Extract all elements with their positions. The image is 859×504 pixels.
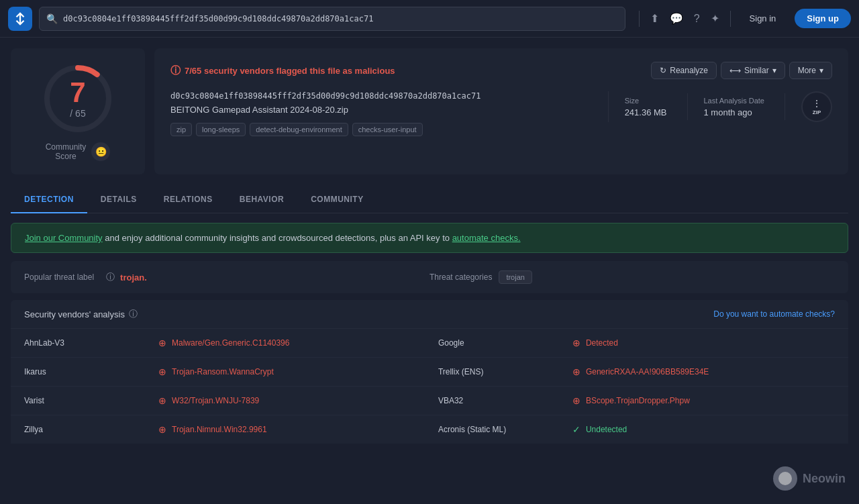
table-row: Ikarus ⊕ Trojan-Ransom.WannaCrypt Trelli… <box>11 358 848 387</box>
vendors-info-icon[interactable]: ⓘ <box>129 308 138 320</box>
automate-checks-link[interactable]: automate checks. <box>452 233 521 243</box>
similar-icon: ⟷ <box>729 66 741 75</box>
score-number: 7 <box>70 79 85 107</box>
clean-icon: ✓ <box>572 424 580 435</box>
malicious-icon: ⊕ <box>158 395 166 406</box>
right-detection: ⊕ GenericRXAA-AA!906BB589E34E <box>572 366 835 377</box>
header-divider <box>639 11 640 27</box>
left-detection: ⊕ W32/Trojan.WNJU-7839 <box>158 395 411 406</box>
threat-categories-label: Threat categories <box>430 272 492 282</box>
analysis-date-value: 1 month ago <box>704 107 765 117</box>
vendors-title: Security vendors' analysis ⓘ <box>24 308 138 320</box>
file-hash: d0c93c0804e1ff03898445fff2df35d00d99c9d1… <box>170 91 592 101</box>
chat-icon[interactable]: 💬 <box>670 12 683 25</box>
score-card: 7 / 65 CommunityScore 😐 <box>11 48 145 174</box>
tab-detection[interactable]: DETECTION <box>11 187 87 213</box>
header-divider-2 <box>730 11 731 27</box>
left-detection: ⊕ Malware/Gen.Generic.C1140396 <box>158 338 411 348</box>
upload-icon[interactable]: ⬆ <box>650 12 659 25</box>
reanalyze-icon: ↻ <box>660 66 666 75</box>
vendor-detection: ⊕ Detected <box>559 329 848 358</box>
tag-long-sleeps[interactable]: long-sleeps <box>196 123 246 136</box>
community-score-row: CommunityScore 😐 <box>46 142 111 161</box>
vendors-header: Security vendors' analysis ⓘ Do you want… <box>11 300 848 328</box>
tab-relations[interactable]: RELATIONS <box>150 187 226 213</box>
info-actions: ↻ Reanalyze ⟷ Similar ▾ More ▾ <box>651 62 832 79</box>
settings-icon[interactable]: ✦ <box>711 12 719 25</box>
main-content: 7 / 65 CommunityScore 😐 ⓘ 7/65 security … <box>0 38 859 444</box>
tab-behavior[interactable]: BEHAVIOR <box>226 187 297 213</box>
signin-button[interactable]: Sign in <box>742 9 785 28</box>
meta-divider-2 <box>785 93 785 120</box>
table-row: Varist ⊕ W32/Trojan.WNJU-7839 VBA32 ⊕ BS… <box>11 387 848 415</box>
tab-details[interactable]: DETAILS <box>87 187 150 213</box>
malicious-icon: ⊕ <box>572 338 580 348</box>
file-meta: Size 241.36 MB Last Analysis Date 1 mont… <box>608 91 832 122</box>
vendor-detection: ⊕ Trojan-Ransom.WannaCrypt <box>145 358 425 387</box>
right-detection: ⊕ BScope.TrojanDropper.Phpw <box>572 395 835 406</box>
more-chevron-icon: ▾ <box>819 66 823 75</box>
header: 🔍 ⬆ 💬 ? ✦ Sign in Sign up <box>0 0 859 38</box>
score-denominator: / 65 <box>70 108 85 119</box>
vendor-name: Varist <box>11 387 145 415</box>
more-button[interactable]: More ▾ <box>789 62 832 79</box>
search-input[interactable] <box>63 14 618 23</box>
zip-file-icon: ⋮ ZIP <box>801 91 832 122</box>
vendor-detection: ⊕ Malware/Gen.Generic.C1140396 <box>145 329 425 358</box>
table-row: Zillya ⊕ Trojan.Nimnul.Win32.9961 Acroni… <box>11 415 848 444</box>
left-detection: ⊕ Trojan-Ransom.WannaCrypt <box>158 366 411 377</box>
file-info-grid: d0c93c0804e1ff03898445fff2df35d00d99c9d1… <box>170 91 832 136</box>
threat-label-section: Popular threat label ⓘ trojan. <box>24 271 430 283</box>
chevron-down-icon: ▾ <box>772 66 776 75</box>
tags-container: zip long-sleeps detect-debug-environment… <box>170 123 592 136</box>
automate-checks-link-2[interactable]: Do you want to automate checks? <box>713 309 835 319</box>
threat-categories-section: Threat categories trojan <box>430 270 835 284</box>
signup-button[interactable]: Sign up <box>795 9 851 28</box>
info-header: ⓘ 7/65 security vendors flagged this fil… <box>170 62 832 79</box>
tabs: DETECTION DETAILS RELATIONS BEHAVIOR COM… <box>11 187 848 213</box>
alert-icon: ⓘ <box>170 64 181 77</box>
vendor-detection: ✓ Undetected <box>559 415 848 444</box>
watermark-text: Neowin <box>803 472 846 486</box>
help-icon[interactable]: ? <box>694 13 700 25</box>
score-inner: 7 / 65 <box>70 79 85 119</box>
tag-checks-user[interactable]: checks-user-input <box>352 123 423 136</box>
vendor-name: Zillya <box>11 415 145 444</box>
popular-threat-label: Popular threat label <box>24 272 94 282</box>
vendor-name: AhnLab-V3 <box>11 329 145 358</box>
malicious-icon: ⊕ <box>158 366 166 377</box>
svg-point-3 <box>778 472 792 485</box>
size-meta: Size 241.36 MB <box>625 97 667 117</box>
size-value: 241.36 MB <box>625 107 667 117</box>
top-row: 7 / 65 CommunityScore 😐 ⓘ 7/65 security … <box>11 48 848 174</box>
malicious-icon: ⊕ <box>572 366 580 377</box>
tag-debug[interactable]: detect-debug-environment <box>250 123 348 136</box>
threat-info-icon[interactable]: ⓘ <box>106 271 115 283</box>
vendor-detection: ⊕ W32/Trojan.WNJU-7839 <box>145 387 425 415</box>
file-name: BEITONG Gamepad Assistant 2024-08-20.zip <box>170 105 592 115</box>
reanalyze-button[interactable]: ↻ Reanalyze <box>651 62 717 79</box>
join-community-link[interactable]: Join our Community <box>25 233 103 243</box>
watermark-logo <box>773 466 797 491</box>
similar-button[interactable]: ⟷ Similar ▾ <box>721 62 785 79</box>
community-banner: Join our Community and enjoy additional … <box>11 223 848 253</box>
threat-value: trojan. <box>120 272 147 283</box>
logo <box>8 7 32 31</box>
watermark: Neowin <box>773 466 846 491</box>
file-main: d0c93c0804e1ff03898445fff2df35d00d99c9d1… <box>170 91 592 136</box>
table-row: AhnLab-V3 ⊕ Malware/Gen.Generic.C1140396… <box>11 329 848 358</box>
vendor-detection: ⊕ Trojan.Nimnul.Win32.9961 <box>145 415 425 444</box>
malicious-icon: ⊕ <box>158 424 166 435</box>
detection-content: Join our Community and enjoy additional … <box>11 223 848 444</box>
header-actions: ⬆ 💬 ? ✦ Sign in Sign up <box>639 9 851 28</box>
analysis-date-meta: Last Analysis Date 1 month ago <box>704 97 765 117</box>
score-circle: 7 / 65 <box>41 62 115 136</box>
vendor-name: Ikarus <box>11 358 145 387</box>
right-detection: ⊕ Detected <box>572 338 835 348</box>
info-card: ⓘ 7/65 security vendors flagged this fil… <box>154 48 848 174</box>
threat-row: Popular threat label ⓘ trojan. Threat ca… <box>11 261 848 293</box>
search-bar[interactable]: 🔍 <box>39 7 625 31</box>
tag-zip[interactable]: zip <box>170 123 192 136</box>
malicious-icon: ⊕ <box>572 395 580 406</box>
tab-community[interactable]: COMMUNITY <box>297 187 377 213</box>
